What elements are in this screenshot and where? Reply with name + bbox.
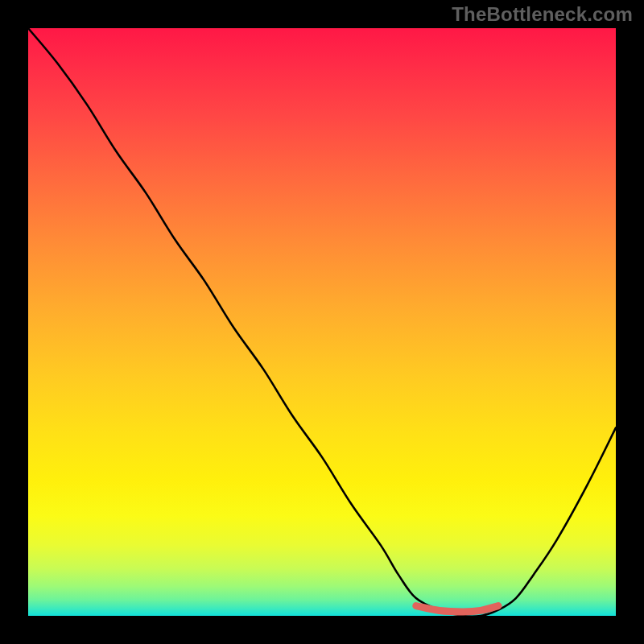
chart-frame: TheBottleneck.com [0, 0, 644, 644]
plot-area [28, 28, 616, 616]
optimal-band-path [416, 606, 498, 612]
bottleneck-curve-path [28, 28, 616, 617]
curve-layer [28, 28, 616, 616]
watermark-text: TheBottleneck.com [452, 3, 633, 26]
